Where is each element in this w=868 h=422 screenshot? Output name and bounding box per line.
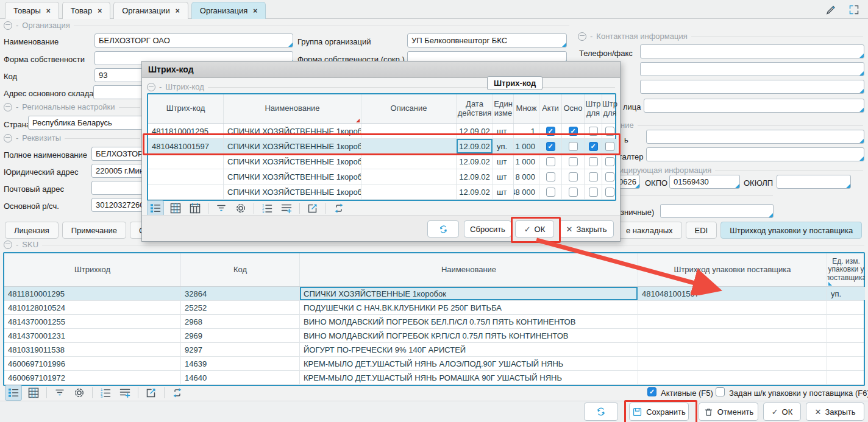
phone-input-1[interactable] — [640, 44, 864, 58]
grid-view-icon[interactable] — [168, 201, 183, 216]
cell-barcode[interactable] — [148, 185, 224, 199]
cell-unit[interactable]: шт — [493, 154, 514, 169]
tab-close-icon[interactable]: × — [176, 7, 180, 15]
table-row[interactable]: 4810319011538 9297 ЙОГУРТ ПО-ГРЕЧЕСКИ 9%… — [4, 343, 864, 357]
dialog-ok-button[interactable]: ✓ ОК — [515, 220, 554, 237]
active-checkbox[interactable] — [546, 127, 555, 136]
table-row[interactable]: СПИЧКИ ХОЗЯЙСТВЕННЫЕ 1коробок 12.09.02 ш… — [148, 169, 615, 185]
collapse-icon[interactable] — [4, 103, 12, 111]
document-tab[interactable]: Товары × — [5, 2, 59, 19]
column-header-code[interactable]: Код — [181, 253, 300, 286]
shtr2-checkbox[interactable] — [605, 142, 614, 151]
cell-multiplier[interactable]: 48 000 — [514, 185, 539, 199]
shtr1-checkbox[interactable] — [589, 172, 598, 181]
column-header-unit[interactable]: Един изме — [493, 94, 514, 123]
cell-date[interactable]: 12.09.02 — [457, 185, 493, 199]
collapse-icon[interactable] — [4, 241, 12, 249]
cell-name[interactable]: ЙОГУРТ ПО-ГРЕЧЕСКИ 9% 140Г АРИСТЕЙ — [300, 343, 638, 356]
group-input[interactable]: УП Белкоопвнешторг БКС — [407, 33, 567, 47]
cell-name[interactable]: СПИЧКИ ХОЗЯЙСТВЕННЫЕ 1коробок — [224, 139, 361, 153]
column-header-active[interactable]: Акти — [539, 94, 562, 123]
bottom-tab[interactable]: Примечание — [62, 222, 126, 239]
shtr1-checkbox[interactable] — [589, 142, 598, 151]
phone-input-3[interactable] — [640, 80, 864, 94]
reload-icon[interactable] — [331, 201, 347, 216]
cell-description[interactable] — [361, 124, 457, 138]
settings-gear-icon[interactable] — [71, 385, 87, 400]
collapse-icon[interactable] — [578, 32, 586, 41]
column-header-shtr1[interactable]: Штр для — [585, 94, 602, 123]
cancel-button[interactable]: Отменить — [699, 403, 758, 421]
table-row[interactable]: 4811810001295 СПИЧКИ ХОЗЯЙСТВЕННЫЕ 1коро… — [148, 124, 615, 139]
cell-code[interactable]: 14639 — [181, 357, 300, 370]
cell-name[interactable]: СПИЧКИ ХОЗЯЙСТВЕННЫЕ 1коробок — [224, 124, 361, 138]
cell-barcode[interactable]: 4600697101972 — [4, 371, 181, 384]
bottom-tab[interactable]: е накладных — [617, 222, 682, 239]
refresh-button[interactable] — [584, 403, 618, 421]
dialog-refresh-button[interactable] — [427, 220, 459, 237]
add-rows-icon[interactable] — [279, 201, 294, 216]
accountant-input[interactable] — [646, 147, 864, 161]
cell-barcode[interactable]: 4810128010524 — [4, 301, 181, 314]
cell-barcode[interactable]: 4814370001255 — [4, 315, 181, 328]
cell-name[interactable]: ВИНО МОЛДАВСКИЙ ПОГРЕБОК БЕЛ.П/СЛ 0.75Л … — [300, 315, 638, 328]
cell-code[interactable]: 2968 — [181, 315, 300, 328]
column-header-main[interactable]: Осно — [562, 94, 585, 123]
retail-input[interactable] — [660, 204, 774, 218]
cell-name[interactable]: СПИЧКИ ХОЗЯЙСТВЕННЫЕ 1коробок — [224, 185, 361, 199]
bottom-tab[interactable]: Лицензия — [5, 222, 59, 239]
numbered-list-icon[interactable]: 123 — [98, 385, 113, 400]
cell-barcode[interactable]: 4814370001231 — [4, 329, 181, 342]
cell-code[interactable]: 2969 — [181, 329, 300, 342]
cell-date[interactable]: 12.09.02 — [457, 154, 493, 169]
tab-close-icon[interactable]: × — [253, 7, 257, 15]
table-row[interactable]: 4600697101972 14640 КРЕМ-МЫЛО ДЕТ.УШАСТЫ… — [4, 371, 864, 385]
table-row[interactable]: 4814370001231 2969 ВИНО МОЛДАВСКИЙ ПОГРЕ… — [4, 329, 864, 343]
cell-supplier-barcode[interactable] — [638, 301, 827, 314]
shtr1-checkbox[interactable] — [589, 188, 598, 197]
cell-date[interactable]: 12.09.02 — [457, 124, 493, 138]
cell-name[interactable]: ВИНО МОЛДАВСКИЙ ПОГРЕБОК КР.П/СЛ 0.75Л П… — [300, 329, 638, 342]
cell-barcode[interactable]: 4811810001295 — [4, 287, 181, 300]
bottom-tab[interactable]: Штрихкод упаковки у поставщика — [720, 222, 862, 239]
cell-unit[interactable]: шт — [493, 124, 514, 138]
active-checkbox[interactable] — [546, 142, 555, 151]
cell-code[interactable]: 25252 — [181, 301, 300, 314]
cell-name[interactable]: ПОДУШЕЧКИ С НАЧ.ВК.КЛУБНИКИ РБ 250Г ВИТЬ… — [300, 301, 638, 314]
table-row[interactable]: 4811810001295 32864 СПИЧКИ ХОЗЯЙСТВЕННЫЕ… — [4, 287, 864, 301]
settings-gear-icon[interactable] — [233, 201, 249, 216]
open-in-new-icon[interactable] — [305, 201, 321, 216]
cell-name[interactable]: СПИЧКИ ХОЗЯЙСТВЕННЫЕ 1коробок — [224, 154, 361, 169]
cell-multiplier[interactable]: 8 000 — [514, 169, 539, 184]
shtr1-checkbox[interactable] — [589, 157, 598, 166]
ok-button[interactable]: ✓ ОК — [763, 403, 801, 421]
dialog-close-button[interactable]: ✕ Закрыть — [559, 220, 614, 237]
table-row[interactable]: 4814370001255 2968 ВИНО МОЛДАВСКИЙ ПОГРЕ… — [4, 315, 864, 329]
column-header-date[interactable]: Дата действия — [457, 94, 493, 123]
tab-close-icon[interactable]: × — [98, 7, 102, 15]
main-checkbox[interactable] — [569, 127, 578, 136]
column-header-supplier-barcode[interactable]: Штрихкод упаковки поставщика — [638, 253, 827, 286]
cell-description[interactable] — [361, 169, 457, 184]
shtr2-checkbox[interactable] — [605, 172, 614, 181]
cell-date[interactable]: 12.09.02 — [457, 139, 493, 153]
cell-multiplier[interactable]: 1 000 — [514, 154, 539, 169]
cell-date[interactable]: 12.09.02 — [457, 169, 493, 184]
open-in-new-icon[interactable] — [143, 385, 159, 400]
edit-pencil-icon[interactable] — [823, 2, 839, 17]
add-rows-icon[interactable] — [117, 385, 133, 400]
cell-unit[interactable]: шт — [493, 185, 514, 199]
okulp-input[interactable] — [777, 175, 851, 189]
view-list-icon[interactable] — [147, 200, 164, 216]
column-header-name[interactable]: Наименование — [224, 94, 361, 123]
cell-supplier-barcode[interactable] — [638, 329, 827, 342]
street-input[interactable] — [644, 99, 864, 113]
cell-barcode[interactable] — [148, 169, 224, 184]
tab-close-icon[interactable]: × — [46, 7, 51, 15]
shtr2-checkbox[interactable] — [605, 188, 614, 197]
cell-multiplier[interactable]: 1 000 — [514, 139, 539, 153]
table-row[interactable]: СПИЧКИ ХОЗЯЙСТВЕННЫЕ 1коробок 12.09.02 ш… — [148, 185, 615, 200]
shtr2-checkbox[interactable] — [605, 127, 614, 136]
column-header-multiplier[interactable]: Множ — [514, 94, 539, 123]
main-checkbox[interactable] — [569, 188, 578, 197]
